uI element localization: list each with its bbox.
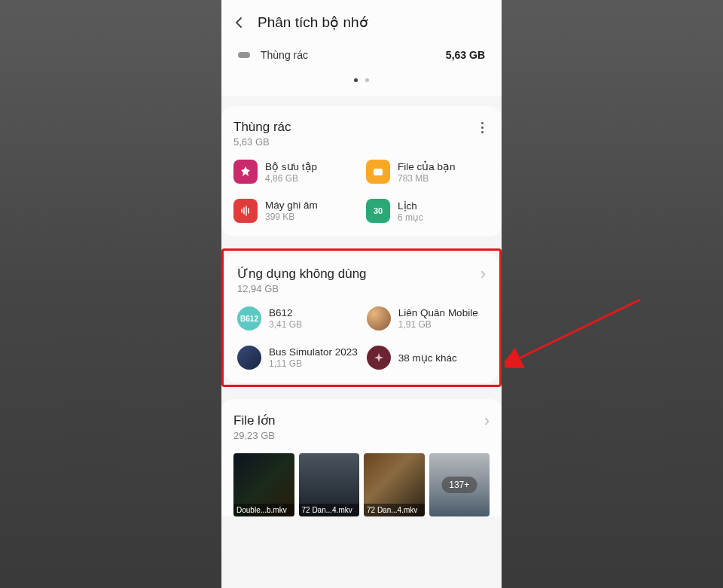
item-label: File của bạn [398,160,456,172]
more-menu-icon[interactable] [474,120,490,135]
card-unused-header: Ứng dụng không dùng 12,94 GB › [237,266,486,294]
unused-grid: B612 B612 3,41 GB Liên Quân Mobile 1,91 … [237,306,486,370]
card-unused-title: Ứng dụng không dùng [237,266,367,282]
large-file-thumbs: Double...b.mkv 72 Dan...4.mkv 72 Dan...4… [233,453,490,516]
page-dot-active [354,78,358,82]
back-icon[interactable] [232,15,247,30]
app-header: Phân tích bộ nhớ [221,0,502,41]
card-unused-apps[interactable]: Ứng dụng không dùng 12,94 GB › B612 B612… [225,252,498,383]
voice-recorder-icon [233,199,258,223]
card-trash-title: Thùng rác [233,120,291,135]
page-indicator [221,66,502,96]
svg-rect-0 [374,169,383,175]
card-trash-header: Thùng rác 5,63 GB [233,120,490,148]
chevron-right-icon[interactable]: › [484,413,490,429]
thumb-label: 72 Dan...4.mkv [299,504,360,516]
card-large-title: File lớn [233,413,275,428]
item-sub: 1,91 GB [398,319,478,330]
trash-item-voice[interactable]: Máy ghi âm 399 KB [233,199,357,223]
thumb-label: 72 Dan...4.mkv [364,504,425,516]
item-label: Máy ghi âm [265,200,318,211]
card-trash-subtitle: 5,63 GB [233,136,291,148]
unused-item-lienquan[interactable]: Liên Quân Mobile 1,91 GB [367,306,486,331]
card-large-files[interactable]: File lớn 29,23 GB › Double...b.mkv 72 Da… [221,399,502,516]
item-label: 38 mục khác [398,352,457,364]
trash-item-files[interactable]: File của bạn 783 MB [366,160,490,184]
bus-simulator-icon [237,346,261,370]
more-apps-icon [367,346,391,370]
thumb-label: Double...b.mkv [233,504,294,516]
file-thumb[interactable]: Double...b.mkv [233,453,294,516]
calendar-day: 30 [374,206,383,215]
svg-line-6 [516,300,640,360]
trash-item-gallery[interactable]: Bộ sưu tập 4,86 GB [233,160,357,184]
item-sub: 1,11 GB [269,358,358,369]
file-thumb[interactable]: 72 Dan...4.mkv [299,453,360,516]
arrow-annotation [505,292,655,382]
page-dot-inactive [365,78,369,82]
item-sub: 6 mục [398,212,423,223]
file-thumb-more[interactable]: 137+ [429,453,490,516]
trash-color-pill [238,52,250,58]
item-label: Liên Quân Mobile [398,307,478,318]
phone-screen: Phân tích bộ nhớ Thùng rác 5,63 GB Thùng… [221,0,502,588]
gallery-icon [233,160,258,184]
item-sub: 783 MB [398,173,456,184]
page-title: Phân tích bộ nhớ [258,14,368,31]
b612-icon: B612 [237,306,261,331]
trash-summary-size: 5,63 GB [446,49,485,61]
unused-item-bus[interactable]: Bus Simulator 2023 1,11 GB [237,346,358,370]
lienquan-icon [367,306,391,331]
item-sub: 4,86 GB [265,173,317,184]
item-sub: 3,41 GB [269,319,302,330]
more-count-badge: 137+ [441,477,477,493]
card-unused-subtitle: 12,94 GB [237,283,367,294]
file-thumb[interactable]: 72 Dan...4.mkv [364,453,425,516]
files-icon [366,160,390,184]
card-trash: Thùng rác 5,63 GB Bộ sưu tập 4,86 GB [221,106,502,236]
chevron-right-icon[interactable]: › [480,266,486,282]
item-sub: 399 KB [265,212,318,222]
trash-grid: Bộ sưu tập 4,86 GB File của bạn 783 MB [233,160,490,223]
trash-item-calendar[interactable]: 30 Lịch 6 mục [366,199,490,223]
item-label: Lịch [398,200,423,212]
highlight-annotation: Ứng dụng không dùng 12,94 GB › B612 B612… [221,248,502,387]
trash-summary-row: Thùng rác 5,63 GB [221,41,502,66]
item-label: B612 [269,307,302,318]
card-large-header: File lớn 29,23 GB › [233,413,490,441]
unused-item-more[interactable]: 38 mục khác [367,346,486,370]
card-large-subtitle: 29,23 GB [233,430,275,441]
item-label: Bộ sưu tập [265,160,317,172]
unused-item-b612[interactable]: B612 B612 3,41 GB [237,306,358,331]
trash-summary-label: Thùng rác [261,49,446,61]
b612-text: B612 [240,315,258,323]
item-label: Bus Simulator 2023 [269,346,358,358]
calendar-icon: 30 [366,199,390,223]
